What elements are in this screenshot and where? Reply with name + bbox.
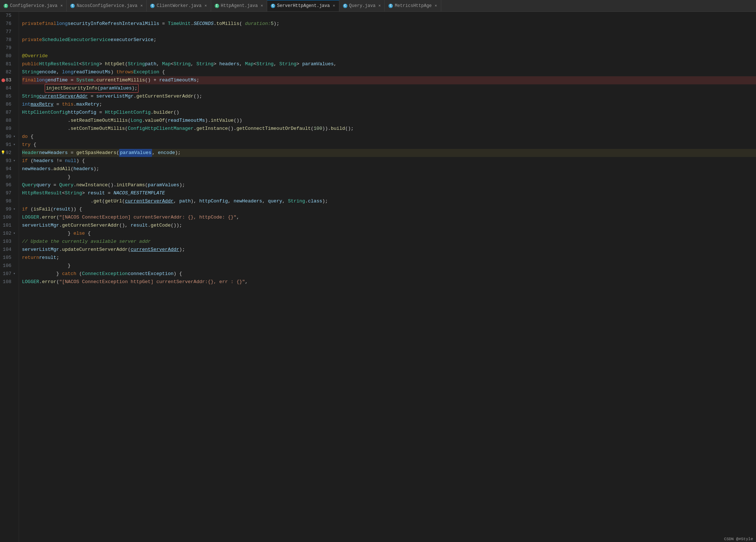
tab-label-server-http-agent: ServerHttpAgent.java [277,3,330,8]
line-number: 108 [3,278,11,286]
code-line-87: HttpClientConfig httpConfig = HttpClient… [22,109,756,117]
tab-label-nacos-config-service: NacosConfigService.java [77,3,137,8]
tab-client-worker[interactable]: CClientWorker.java× [147,0,211,12]
code-line-83: final long endTime = System.currentTimeM… [22,76,756,84]
line-number: 82 [5,68,11,76]
code-line-80: @Override [22,52,756,60]
tab-bar: IConfigService.java×CNacosConfigService.… [0,0,756,12]
code-line-79 [22,44,756,52]
gutter-line-92: 💡92 [0,149,14,157]
gutter-line-88: 88 [0,117,14,125]
gutter-line-85: 85 [0,92,14,100]
tab-icon-query: C [343,4,347,8]
line-number: 79 [5,44,11,52]
gutter-line-94: 94 [0,165,14,173]
gutter-line-78: 78 [0,36,14,44]
tab-label-metrics-http: MetricsHttpAge [395,3,432,8]
code-line-77 [22,28,756,36]
fold-icon[interactable]: ▾ [13,270,15,278]
line-number: 93 [5,157,11,165]
fold-icon[interactable]: ▾ [13,157,15,165]
tab-icon-nacos-config-service: C [70,4,75,8]
tab-close-client-worker[interactable]: × [204,4,207,8]
tab-close-nacos-config-service[interactable]: × [140,4,143,8]
line-number: 106 [3,262,11,270]
line-number: 103 [3,238,11,246]
fold-icon[interactable]: ▾ [13,133,15,141]
tab-icon-config-service: I [4,4,8,8]
tab-label-http-agent: HttpAgent.java [221,3,258,8]
gutter-line-97: 97 [0,189,14,197]
code-line-105: return result; [22,254,756,262]
tab-icon-server-http-agent: C [271,4,275,8]
tab-nacos-config-service[interactable]: CNacosConfigService.java× [67,0,147,12]
line-number: 89 [5,125,11,133]
lightbulb-icon[interactable]: 💡 [1,149,5,157]
gutter-line-98: 98 [0,197,14,205]
tab-config-service[interactable]: IConfigService.java× [0,0,67,12]
gutter-line-87: 87 [0,109,14,117]
tab-metrics-http[interactable]: CMetricsHttpAge× [385,0,441,12]
gutter-line-99: 99▾ [0,205,14,213]
tab-icon-metrics-http: C [388,4,393,8]
gutter-line-75: 75 [0,12,14,20]
tab-close-query[interactable]: × [379,4,381,8]
line-number: 90 [5,133,11,141]
gutter-line-100: 100 [0,213,14,221]
tab-query[interactable]: CQuery.java× [339,0,385,12]
line-number: 97 [5,189,11,197]
bottom-bar: CSDN @#Style [721,536,756,542]
line-number: 75 [5,12,11,20]
code-line-82: String encode, long readTimeoutMs) throw… [22,68,756,76]
gutter-line-101: 101 [0,221,14,230]
tab-close-metrics-http[interactable]: × [435,4,437,8]
line-number: 80 [5,52,11,60]
code-line-89: .setConTimeOutMillis(ConfigHttpClientMan… [22,125,756,133]
red-border-highlight: injectSecurityInfo(paramValues); [45,84,139,93]
line-number: 101 [3,221,11,230]
code-content[interactable]: private final long securityInfoRefreshIn… [19,12,756,542]
gutter-line-105: 105 [0,254,14,262]
code-line-98: .get(getUrl(currentServerAddr, path), ht… [22,197,756,205]
line-number: 94 [5,165,11,173]
breakpoint-icon [1,78,5,82]
fold-icon[interactable]: ▾ [13,230,15,238]
gutter-line-104: 104 [0,246,14,254]
code-line-93: if (headers != null) { [22,157,756,165]
line-number: 78 [5,36,11,44]
gutter-line-79: 79 [0,44,14,52]
code-line-75 [22,12,756,20]
tab-close-config-service[interactable]: × [60,4,63,8]
code-line-91: try { [22,141,756,149]
gutter-line-102: 102▾ [0,230,14,238]
gutter-line-77: 77 [0,28,14,36]
editor-container: 75767778798081828384858687888990▾91▾💡929… [0,12,756,542]
tab-server-http-agent[interactable]: CServerHttpAgent.java× [267,0,339,12]
code-line-90: do { [22,133,756,141]
gutter-line-76: 76 [0,20,14,28]
tab-close-server-http-agent[interactable]: × [333,4,335,8]
tab-icon-http-agent: I [215,4,219,8]
gutter-line-84: 84 [0,84,14,92]
line-number: 77 [5,28,11,36]
gutter-line-108: 108 [0,278,14,286]
line-number: 87 [5,109,11,117]
code-line-85: String currentServerAddr = serverListMgr… [22,92,756,100]
fold-icon[interactable]: ▾ [13,205,15,213]
tab-http-agent[interactable]: IHttpAgent.java× [211,0,267,12]
line-number: 104 [3,246,11,254]
gutter-line-82: 82 [0,68,14,76]
code-line-97: HttpRestResult<String> result = NACOS_RE… [22,189,756,197]
fold-icon[interactable]: ▾ [13,141,15,149]
code-line-88: .setReadTimeOutMillis(Long.valueOf(readT… [22,117,756,125]
line-number: 105 [3,254,11,262]
code-line-99: if (isFail(result)) { [22,205,756,213]
code-line-76: private final long securityInfoRefreshIn… [22,20,756,28]
watermark: CSDN @#Style [724,537,753,541]
line-number: 99 [5,205,11,213]
code-line-95: } [22,173,756,181]
gutter-line-86: 86 [0,100,14,109]
line-number: 91 [5,141,11,149]
tab-close-http-agent[interactable]: × [261,4,263,8]
code-line-84: injectSecurityInfo(paramValues); [22,84,756,92]
